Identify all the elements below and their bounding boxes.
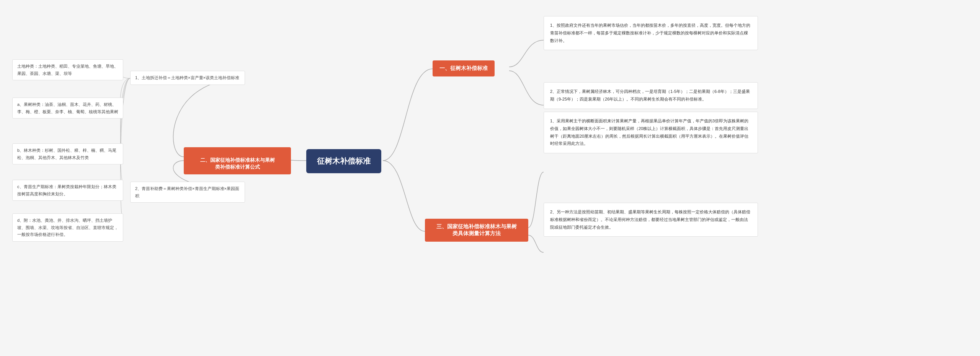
left-content-land-type: 土地种类：土地种类、稻田、专业菜地、鱼塘、旱地、果园、茶园、水塘、渠、坝等 — [12, 59, 123, 80]
left-l1-node: 二、国家征地补偿标准林木与果树 类补偿标准计算公式 — [184, 147, 291, 174]
right-text-box-2: 2、正常情况下，果树属经济林木，可分四种档次，一是培育期（1-5年）；二是初果期… — [544, 82, 758, 109]
right-l1-node-3: 三、国家征地补偿标准林木与果树 类具体测量计算方法 — [425, 219, 528, 242]
left-formula-2: 2、青苗补助费＝果树种类补偿×青苗生产期标准×果园面积 — [130, 182, 245, 203]
left-content-appendix: d、附：水池、粪池、井、排水沟、晒坪、挡土墙护坡、围墙、水渠、坟地等按省、自治区… — [12, 213, 123, 242]
left-content-seedling-standard: c、青苗生产期标准：果树类按栽种年限划分；林木类按树苗高度和胸径来划分。 — [12, 180, 123, 201]
center-node: 征树木补偿标准 — [306, 149, 381, 173]
right-text-box-1: 1、按照政府文件还有当年的果树市场估价，当年的都按苗木价，多年的按直径，高度，宽… — [544, 16, 758, 50]
left-content-forest-type: b、林木种类：杉树、国外松、樟、梓、楠、稠、马尾松、泡桐、其他乔木、其他林木及竹… — [12, 143, 123, 164]
left-formula-1: 1、土地拆迁补偿＝土地种类×亩产量×该类土地补偿标准 — [130, 71, 245, 85]
right-l1-node-1: 一、征树木补偿标准 — [433, 60, 495, 76]
right-text-box-4: 2、另一种方法是按照幼苗期、初结果期、盛果期等果树生长周期，每株按照一定价格大体… — [544, 203, 758, 237]
left-content-fruit-type: a、果树种类：油茶、油桐、苗木、花卉、药、材桃、李、梅、橙、板栗、奈李、柚、葡萄… — [12, 98, 123, 119]
right-text-box-3: 1、采用果树主干的横断面面积来计算果树产量，再根据果品单价计算年产值，年产值的3… — [544, 112, 758, 153]
